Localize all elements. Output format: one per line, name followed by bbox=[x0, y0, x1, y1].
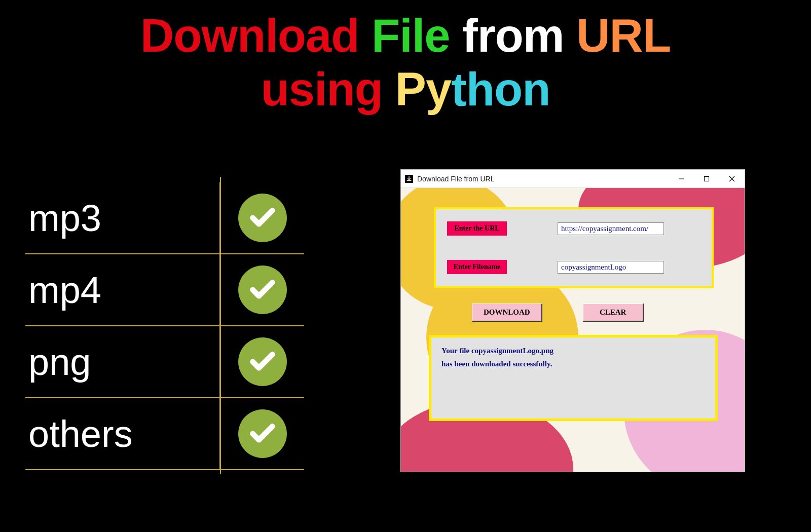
table-row: mp3 bbox=[25, 182, 304, 254]
url-label: Enter the URL bbox=[447, 221, 507, 236]
filetype-label: mp4 bbox=[28, 269, 101, 312]
window-title: Download File from URL bbox=[417, 175, 495, 183]
svg-rect-1 bbox=[705, 176, 709, 181]
app-icon bbox=[405, 175, 413, 183]
form-panel: Enter the URL Enter Filename bbox=[434, 207, 714, 288]
heading-word-thon: thon bbox=[451, 63, 550, 115]
heading-word-using: using bbox=[261, 63, 383, 115]
check-icon bbox=[238, 265, 287, 314]
status-text-line1: Your file copyassignmentLogo.png bbox=[441, 345, 705, 358]
maximize-button[interactable] bbox=[694, 170, 719, 188]
app-canvas: Enter the URL Enter Filename DOWNLOAD CL… bbox=[401, 188, 745, 472]
url-input[interactable] bbox=[558, 222, 664, 235]
download-button[interactable]: DOWNLOAD bbox=[472, 303, 542, 322]
clear-button[interactable]: CLEAR bbox=[583, 303, 644, 322]
filetype-label: png bbox=[28, 340, 91, 384]
minimize-button[interactable] bbox=[669, 170, 694, 188]
close-button[interactable] bbox=[719, 170, 745, 188]
filetype-label: mp3 bbox=[28, 197, 101, 240]
table-row: others bbox=[25, 398, 304, 470]
app-window: Download File from URL Enter the URL Ent… bbox=[400, 169, 745, 472]
status-panel: Your file copyassignmentLogo.png has bee… bbox=[429, 335, 718, 421]
button-row: DOWNLOAD CLEAR bbox=[472, 303, 644, 322]
filename-input[interactable] bbox=[558, 261, 664, 274]
check-icon bbox=[238, 409, 287, 458]
main-heading: Download File from URL using Python bbox=[0, 0, 811, 117]
titlebar: Download File from URL bbox=[401, 170, 745, 188]
heading-word-download: Download bbox=[140, 10, 359, 61]
status-text-line2: has been downloaded successfully. bbox=[441, 358, 705, 371]
heading-word-url: URL bbox=[576, 10, 671, 61]
filetype-table: mp3 mp4 png others bbox=[25, 182, 304, 470]
table-row: mp4 bbox=[25, 254, 304, 326]
heading-word-from: from bbox=[462, 10, 564, 61]
table-row: png bbox=[25, 326, 304, 398]
filename-label: Enter Filename bbox=[447, 260, 507, 274]
heading-word-py: Py bbox=[395, 63, 452, 115]
check-icon bbox=[238, 337, 287, 386]
filetype-label: others bbox=[28, 412, 133, 455]
check-icon bbox=[238, 194, 287, 242]
heading-word-file: File bbox=[372, 10, 450, 61]
